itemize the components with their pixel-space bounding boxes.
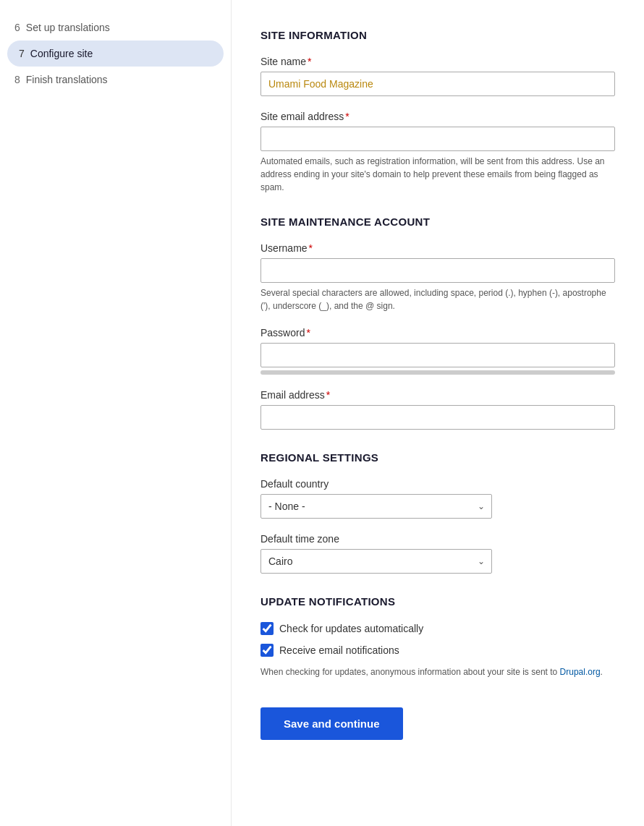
required-star-username: * [309, 242, 313, 254]
main-content: SITE INFORMATION Site name* Site email a… [232, 0, 644, 826]
default-country-label: Default country [260, 478, 615, 490]
site-information-title: SITE INFORMATION [260, 29, 615, 41]
sidebar-item-finish-translations[interactable]: 8 Finish translations [0, 67, 231, 93]
sidebar-item-label-finish: Finish translations [26, 74, 108, 85]
password-label: Password* [260, 327, 615, 339]
regional-settings-title: REGIONAL SETTINGS [260, 451, 615, 464]
step-number-active: 7 [19, 48, 25, 59]
check-updates-checkbox[interactable] [260, 622, 274, 635]
site-email-hint: Automated emails, such as registration i… [260, 155, 615, 194]
update-notifications-title: UPDATE NOTIFICATIONS [260, 595, 615, 608]
email-notifications-checkbox[interactable] [260, 644, 274, 657]
default-timezone-select[interactable]: Cairo UTC America/New_York America/Los_A… [260, 549, 492, 574]
site-email-input[interactable] [260, 127, 615, 151]
site-maintenance-title: SITE MAINTENANCE ACCOUNT [260, 216, 615, 228]
site-name-input[interactable] [260, 72, 615, 96]
password-input[interactable] [260, 343, 615, 367]
required-star-password: * [306, 327, 310, 339]
email-address-label: Email address* [260, 389, 615, 401]
required-star: * [308, 56, 311, 67]
site-information-section: SITE INFORMATION Site name* Site email a… [260, 29, 615, 194]
site-maintenance-section: SITE MAINTENANCE ACCOUNT Username* Sever… [260, 216, 615, 430]
update-notifications-section: UPDATE NOTIFICATIONS Check for updates a… [260, 595, 615, 678]
site-name-label: Site name* [260, 56, 615, 67]
update-notifications-hint: When checking for updates, anonymous inf… [260, 665, 615, 678]
email-address-group: Email address* [260, 389, 615, 430]
site-email-label: Site email address* [260, 111, 615, 122]
sidebar-item-label: Set up translations [26, 22, 110, 33]
site-email-group: Site email address* Automated emails, su… [260, 111, 615, 194]
step-number: 6 [14, 22, 20, 33]
check-updates-group: Check for updates automatically [260, 622, 615, 635]
required-star-email-addr: * [326, 389, 330, 401]
email-notifications-label: Receive email notifications [279, 644, 399, 656]
sidebar: 6 Set up translations 7 Configure site 8… [0, 0, 232, 826]
email-address-input[interactable] [260, 405, 615, 430]
drupal-org-link[interactable]: Drupal.org [560, 667, 601, 677]
sidebar-item-label-active: Configure site [30, 48, 93, 59]
site-name-group: Site name* [260, 56, 615, 96]
default-country-select[interactable]: - None - United States United Kingdom Ca… [260, 494, 492, 519]
password-strength-bar [260, 370, 615, 375]
sidebar-item-configure-site[interactable]: 7 Configure site [7, 41, 224, 67]
username-label: Username* [260, 242, 615, 254]
email-notifications-group: Receive email notifications [260, 644, 615, 657]
default-country-wrapper: - None - United States United Kingdom Ca… [260, 494, 492, 519]
default-timezone-group: Default time zone Cairo UTC America/New_… [260, 533, 615, 574]
password-group: Password* [260, 327, 615, 375]
sidebar-item-set-up-translations[interactable]: 6 Set up translations [0, 14, 231, 41]
regional-settings-section: REGIONAL SETTINGS Default country - None… [260, 451, 615, 574]
check-updates-label: Check for updates automatically [279, 623, 423, 634]
username-group: Username* Several special characters are… [260, 242, 615, 312]
username-input[interactable] [260, 258, 615, 283]
username-hint: Several special characters are allowed, … [260, 286, 615, 312]
default-country-group: Default country - None - United States U… [260, 478, 615, 519]
save-and-continue-button[interactable]: Save and continue [260, 707, 403, 740]
step-number-finish: 8 [14, 74, 20, 85]
required-star-email: * [345, 111, 349, 122]
default-timezone-wrapper: Cairo UTC America/New_York America/Los_A… [260, 549, 492, 574]
default-timezone-label: Default time zone [260, 533, 615, 545]
